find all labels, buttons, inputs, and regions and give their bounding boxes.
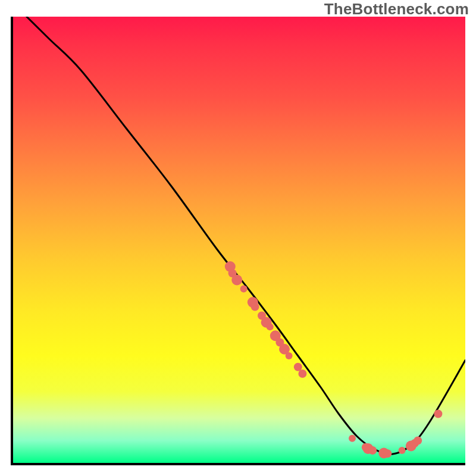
bottleneck-curve bbox=[27, 17, 465, 454]
curve-markers bbox=[225, 261, 443, 459]
data-marker bbox=[368, 446, 377, 455]
chart-canvas: TheBottleneck.com bbox=[0, 0, 476, 476]
data-marker bbox=[414, 437, 422, 445]
data-marker bbox=[267, 323, 274, 330]
curve-svg bbox=[13, 17, 465, 463]
watermark-text: TheBottleneck.com bbox=[324, 0, 469, 18]
data-marker bbox=[231, 275, 242, 286]
data-marker bbox=[383, 449, 392, 458]
data-marker bbox=[286, 352, 293, 359]
data-marker bbox=[349, 435, 356, 442]
data-marker bbox=[298, 369, 306, 378]
data-marker bbox=[240, 286, 248, 293]
plot-area bbox=[11, 17, 465, 465]
data-marker bbox=[434, 410, 442, 418]
data-marker bbox=[399, 447, 406, 454]
data-marker bbox=[251, 303, 259, 311]
